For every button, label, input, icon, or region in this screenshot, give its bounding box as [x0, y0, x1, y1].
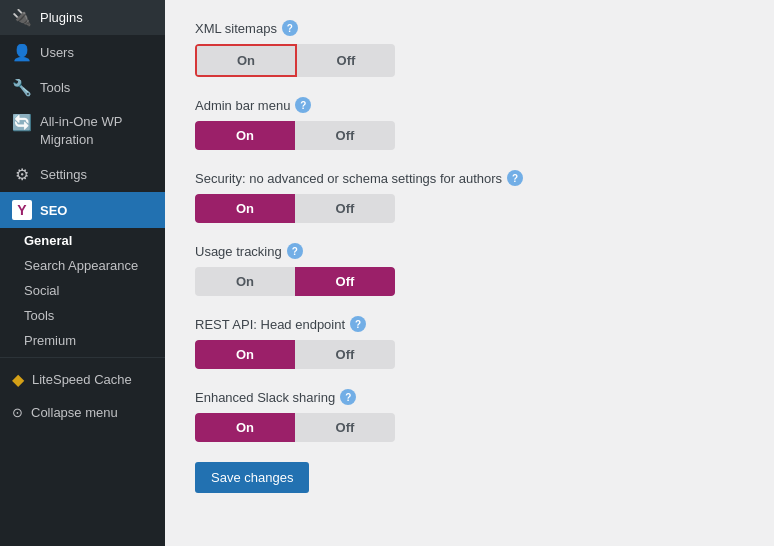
help-icon-usage-tracking[interactable]: ?	[287, 243, 303, 259]
setting-admin-bar-menu: Admin bar menu ? On Off	[195, 97, 744, 150]
toggle-on-admin-bar-menu[interactable]: On	[195, 121, 295, 150]
setting-usage-tracking: Usage tracking ? On Off	[195, 243, 744, 296]
help-icon-enhanced-slack[interactable]: ?	[340, 389, 356, 405]
setting-label-security: Security: no advanced or schema settings…	[195, 170, 744, 186]
toggle-on-rest-api[interactable]: On	[195, 340, 295, 369]
submenu-item-tools[interactable]: Tools	[0, 303, 165, 328]
help-icon-security[interactable]: ?	[507, 170, 523, 186]
collapse-icon: ⊙	[12, 405, 23, 420]
plugins-icon: 🔌	[12, 8, 32, 27]
toggle-off-rest-api[interactable]: Off	[295, 340, 395, 369]
litespeed-icon: ◆	[12, 370, 24, 389]
toggle-security: On Off	[195, 194, 395, 223]
seo-icon: Y	[12, 200, 32, 220]
toggle-off-security[interactable]: Off	[295, 194, 395, 223]
sidebar-item-users[interactable]: 👤 Users	[0, 35, 165, 70]
toggle-admin-bar-menu: On Off	[195, 121, 395, 150]
setting-label-rest-api: REST API: Head endpoint ?	[195, 316, 744, 332]
setting-label-usage-tracking: Usage tracking ?	[195, 243, 744, 259]
help-icon-rest-api[interactable]: ?	[350, 316, 366, 332]
save-section: Save changes	[195, 462, 744, 493]
submenu-item-search-appearance[interactable]: Search Appearance	[0, 253, 165, 278]
submenu-item-general[interactable]: General	[0, 228, 165, 253]
setting-security: Security: no advanced or schema settings…	[195, 170, 744, 223]
setting-xml-sitemaps: XML sitemaps ? On Off	[195, 20, 744, 77]
sidebar-item-tools[interactable]: 🔧 Tools	[0, 70, 165, 105]
toggle-off-usage-tracking[interactable]: Off	[295, 267, 395, 296]
sidebar-item-litespeed[interactable]: ◆ LiteSpeed Cache	[0, 362, 165, 397]
setting-label-enhanced-slack: Enhanced Slack sharing ?	[195, 389, 744, 405]
toggle-usage-tracking: On Off	[195, 267, 395, 296]
tools-icon: 🔧	[12, 78, 32, 97]
toggle-on-enhanced-slack[interactable]: On	[195, 413, 295, 442]
setting-label-admin-bar-menu: Admin bar menu ?	[195, 97, 744, 113]
toggle-xml-sitemaps: On Off	[195, 44, 395, 77]
sidebar-item-plugins[interactable]: 🔌 Plugins	[0, 0, 165, 35]
toggle-off-admin-bar-menu[interactable]: Off	[295, 121, 395, 150]
submenu-item-social[interactable]: Social	[0, 278, 165, 303]
help-icon-admin-bar-menu[interactable]: ?	[295, 97, 311, 113]
toggle-enhanced-slack: On Off	[195, 413, 395, 442]
save-changes-button[interactable]: Save changes	[195, 462, 309, 493]
settings-icon: ⚙	[12, 165, 32, 184]
setting-label-xml-sitemaps: XML sitemaps ?	[195, 20, 744, 36]
users-icon: 👤	[12, 43, 32, 62]
setting-enhanced-slack: Enhanced Slack sharing ? On Off	[195, 389, 744, 442]
sidebar-item-seo[interactable]: Y SEO	[0, 192, 165, 228]
toggle-off-xml-sitemaps[interactable]: Off	[297, 44, 395, 77]
setting-rest-api: REST API: Head endpoint ? On Off	[195, 316, 744, 369]
allinone-icon: 🔄	[12, 113, 32, 132]
submenu-item-premium[interactable]: Premium	[0, 328, 165, 353]
toggle-off-enhanced-slack[interactable]: Off	[295, 413, 395, 442]
toggle-on-security[interactable]: On	[195, 194, 295, 223]
help-icon-xml-sitemaps[interactable]: ?	[282, 20, 298, 36]
sidebar: 🔌 Plugins 👤 Users 🔧 Tools 🔄 All-in-One W…	[0, 0, 165, 546]
main-content: XML sitemaps ? On Off Admin bar menu ? O…	[165, 0, 774, 546]
toggle-on-xml-sitemaps[interactable]: On	[195, 44, 297, 77]
sidebar-item-settings[interactable]: ⚙ Settings	[0, 157, 165, 192]
sidebar-item-allinone[interactable]: 🔄 All-in-One WP Migration	[0, 105, 165, 157]
toggle-on-usage-tracking[interactable]: On	[195, 267, 295, 296]
toggle-rest-api: On Off	[195, 340, 395, 369]
collapse-menu-item[interactable]: ⊙ Collapse menu	[0, 397, 165, 428]
